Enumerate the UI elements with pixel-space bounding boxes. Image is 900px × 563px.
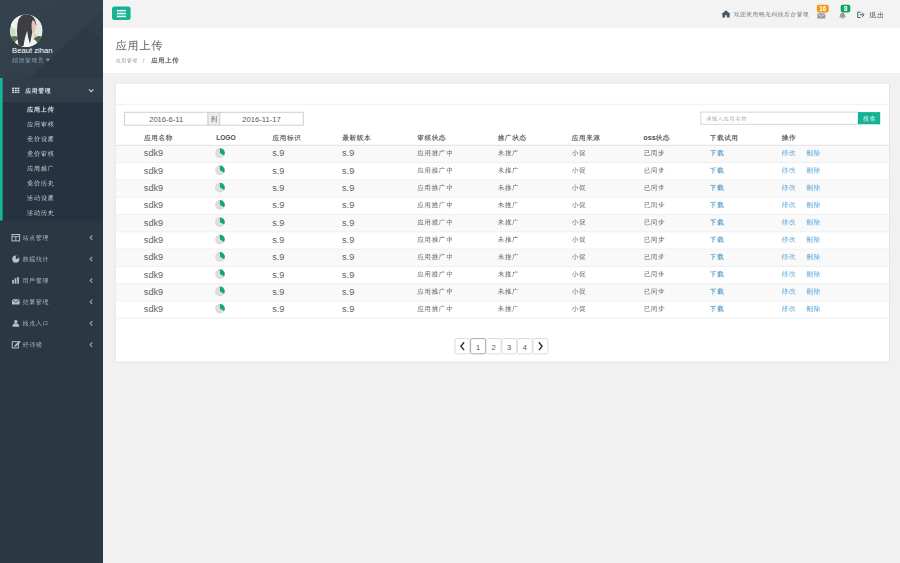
svg-text:2: 2 <box>492 343 496 352</box>
svg-text:/: / <box>143 57 145 64</box>
svg-text:16: 16 <box>819 5 827 12</box>
svg-text:4: 4 <box>523 343 527 352</box>
svg-text:3: 3 <box>507 343 511 352</box>
svg-text:8: 8 <box>844 5 848 12</box>
svg-text:1: 1 <box>476 343 480 352</box>
svg-text:oss: oss <box>643 133 655 142</box>
svg-text:Beaut zihan: Beaut zihan <box>12 46 53 55</box>
svg-text:2016-11-17: 2016-11-17 <box>242 115 280 124</box>
svg-text:2016-6-11: 2016-6-11 <box>149 115 183 124</box>
svg-text:LOGO: LOGO <box>216 134 235 141</box>
